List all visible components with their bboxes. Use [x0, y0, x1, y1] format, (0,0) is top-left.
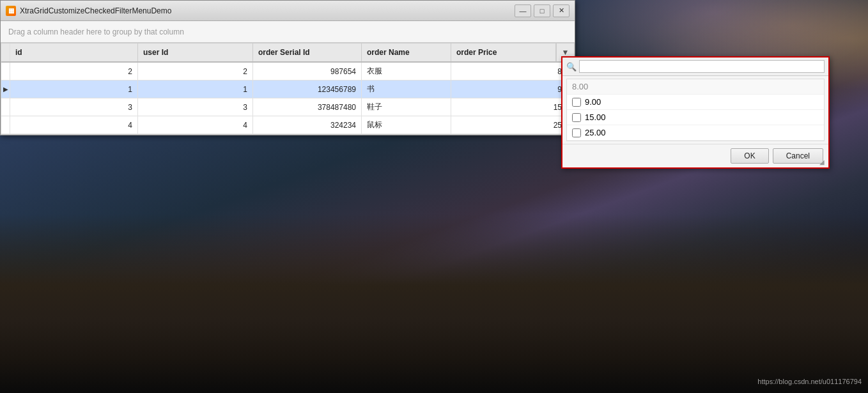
- maximize-button[interactable]: □: [534, 4, 550, 17]
- desktop-rocks: [0, 214, 868, 393]
- cell-name-2: 书: [362, 81, 451, 98]
- filter-checkbox-9[interactable]: [572, 98, 581, 107]
- data-grid: id user Id order Serial Id order Name or…: [1, 43, 575, 135]
- title-bar-buttons: — □ ✕: [515, 4, 570, 17]
- column-header-ordername[interactable]: order Name: [362, 43, 451, 61]
- table-row[interactable]: 4 4 324234 鼠标 25.0: [1, 116, 574, 134]
- cell-serial-2: 123456789: [253, 81, 362, 98]
- filter-item-9[interactable]: 9.00: [567, 95, 824, 110]
- filter-item-15[interactable]: 15.00: [567, 110, 824, 125]
- minimize-button[interactable]: —: [515, 4, 531, 17]
- cell-price-4: 25.0: [451, 116, 574, 134]
- filter-item-value-9: 9.00: [585, 97, 601, 107]
- close-button[interactable]: ✕: [553, 4, 570, 17]
- filter-popup: 🔍 8.00 9.00 15.00 25.00 OK Cancel ◢: [561, 56, 830, 169]
- table-row[interactable]: 3 3 378487480 鞋子 15.0: [1, 98, 574, 116]
- cell-id-3: 3: [10, 98, 138, 116]
- filter-item-value-15: 15.00: [585, 112, 606, 122]
- cell-userid-3: 3: [138, 98, 253, 116]
- cell-serial-3: 378487480: [253, 98, 362, 116]
- filter-checkbox-15[interactable]: [572, 113, 581, 122]
- filter-cancel-button[interactable]: Cancel: [773, 148, 823, 164]
- cell-serial-1: 987654: [253, 63, 362, 80]
- filter-checkbox-25[interactable]: [572, 128, 581, 137]
- filter-ok-button[interactable]: OK: [731, 148, 768, 164]
- group-header-bar: Drag a column header here to group by th…: [1, 21, 575, 43]
- filter-item-25[interactable]: 25.00: [567, 125, 824, 141]
- resize-handle[interactable]: ◢: [819, 158, 827, 166]
- filter-list: 8.00 9.00 15.00 25.00: [566, 79, 825, 141]
- table-row[interactable]: 2 2 987654 衣服 8.0: [1, 63, 574, 81]
- row-indicator-4: [1, 116, 10, 134]
- main-window: ▦ XtraGridCustomizeCheckedFilterMenuDemo…: [0, 0, 575, 135]
- filter-item-value-8: 8.00: [572, 82, 588, 91]
- window-icon: ▦: [6, 6, 16, 16]
- header-indicator-spacer: [1, 43, 10, 61]
- cell-id-1: 2: [10, 63, 138, 80]
- cell-id-2: 1: [10, 81, 138, 98]
- watermark: https://blog.csdn.net/u011176794: [757, 378, 862, 385]
- filter-icon: ▼: [562, 48, 570, 57]
- cell-serial-4: 324234: [253, 116, 362, 134]
- filter-buttons: OK Cancel: [562, 144, 828, 167]
- row-indicator-1: [1, 63, 10, 80]
- table-row[interactable]: ▶ 1 1 123456789 书 9.0: [1, 81, 574, 98]
- filter-search-icon: 🔍: [566, 62, 577, 72]
- column-header-serialid[interactable]: order Serial Id: [253, 43, 362, 61]
- row-indicator-3: [1, 98, 10, 116]
- filter-search-row: 🔍: [562, 58, 828, 76]
- cell-userid-4: 4: [138, 116, 253, 134]
- cell-name-3: 鞋子: [362, 98, 451, 116]
- filter-item-value-25: 25.00: [585, 128, 606, 137]
- cell-userid-1: 2: [138, 63, 253, 80]
- filter-item-8[interactable]: 8.00: [567, 79, 824, 95]
- cell-price-3: 15.0: [451, 98, 574, 116]
- group-placeholder-text: Drag a column header here to group by th…: [8, 27, 184, 36]
- cell-id-4: 4: [10, 116, 138, 134]
- filter-search-input[interactable]: [579, 60, 825, 73]
- cell-price-1: 8.0: [451, 63, 574, 80]
- grid-header: id user Id order Serial Id order Name or…: [1, 43, 574, 63]
- column-header-id[interactable]: id: [10, 43, 138, 61]
- window-title: XtraGridCustomizeCheckedFilterMenuDemo: [20, 6, 511, 15]
- row-indicator-2: ▶: [1, 81, 10, 98]
- column-header-orderprice[interactable]: order Price: [451, 43, 556, 61]
- title-bar: ▦ XtraGridCustomizeCheckedFilterMenuDemo…: [1, 1, 575, 21]
- cell-name-4: 鼠标: [362, 116, 451, 134]
- cell-price-2: 9.0: [451, 81, 574, 98]
- cell-userid-2: 1: [138, 81, 253, 98]
- cell-name-1: 衣服: [362, 63, 451, 80]
- column-header-userid[interactable]: user Id: [138, 43, 253, 61]
